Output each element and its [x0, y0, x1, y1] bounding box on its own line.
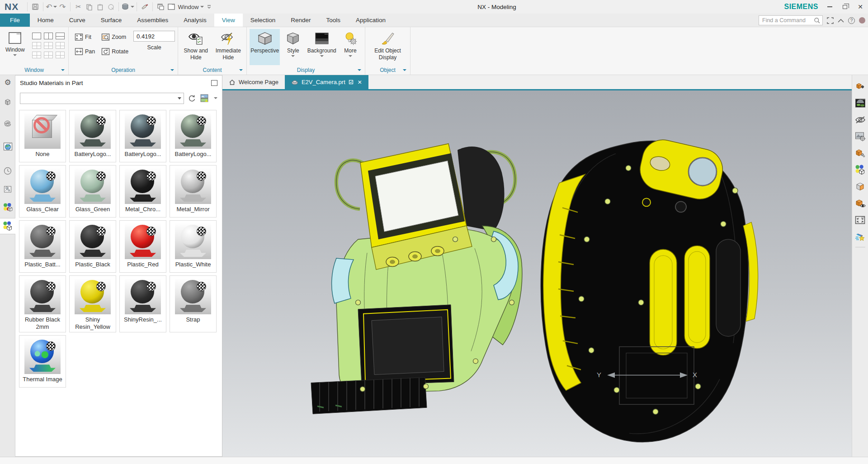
new-window-icon[interactable] [166, 1, 177, 12]
material-card[interactable]: Metal_Mirror [170, 165, 217, 218]
tab-view[interactable]: View [214, 14, 243, 27]
layout-quad-button[interactable] [32, 42, 41, 49]
fullscreen-icon[interactable] [827, 17, 834, 24]
format-painter-icon[interactable] [139, 1, 150, 12]
material-card[interactable]: None [19, 110, 66, 162]
colored-spheres-cube-icon[interactable] [0, 218, 15, 234]
group-label-object[interactable]: Object [365, 66, 410, 75]
tab-assemblies[interactable]: Assemblies [129, 14, 176, 27]
copy-display-icon[interactable] [105, 1, 116, 12]
window-button[interactable]: Window [3, 29, 28, 65]
rotate-button[interactable]: Rotate [100, 46, 130, 57]
cube-eye-icon[interactable] [853, 195, 868, 212]
tab-application[interactable]: Application [348, 14, 393, 27]
tab-home[interactable]: Home [30, 14, 61, 27]
graphics-viewport[interactable]: Y X [222, 90, 852, 457]
tab-tools[interactable]: Tools [319, 14, 349, 27]
tab-file[interactable]: File [0, 14, 30, 27]
search-icon[interactable] [814, 17, 821, 24]
close-button[interactable]: ✕ [853, 0, 868, 14]
cube-move-arrows-icon[interactable] [853, 78, 868, 95]
undo-icon[interactable]: ↶ [46, 1, 57, 12]
save-icon[interactable] [30, 1, 41, 12]
material-card[interactable]: ShinyResin_... [119, 275, 166, 332]
doctab-e2v-camera[interactable]: E2V_Camera.prt ✕ [285, 75, 368, 89]
zoom-button[interactable]: Zoom [100, 32, 130, 43]
tab-selection[interactable]: Selection [243, 14, 283, 27]
undo-dropdown-arrow[interactable] [53, 6, 57, 8]
material-card[interactable]: Glass_Green [69, 165, 116, 218]
part-stack-icon[interactable] [0, 95, 15, 109]
window-menu[interactable]: Window [177, 1, 203, 12]
customize-chevron-icon[interactable] [204, 1, 215, 12]
more-button[interactable]: More [339, 29, 362, 65]
material-card[interactable]: Strap [170, 275, 217, 332]
tab-render[interactable]: Render [283, 14, 318, 27]
minimize-button[interactable] [822, 0, 837, 14]
immediate-hide-button[interactable]: Immediate Hide [213, 29, 244, 65]
material-filter-combobox[interactable] [20, 93, 184, 104]
cube-section-icon[interactable] [853, 178, 868, 195]
gear-icon[interactable]: ⚙ [0, 75, 15, 90]
find-command-input[interactable] [762, 17, 814, 24]
background-button[interactable]: Background [306, 29, 337, 65]
perspective-button[interactable]: Perspective [250, 29, 280, 65]
group-label-content[interactable]: Content [178, 66, 246, 75]
find-command-box[interactable] [759, 15, 823, 25]
cascade-windows-icon[interactable] [155, 1, 166, 12]
group-label-operation[interactable]: Operation [69, 66, 178, 75]
globe-window-icon[interactable] [0, 139, 15, 154]
close-tab-icon[interactable]: ✕ [358, 79, 362, 85]
layout-quad-button[interactable] [56, 42, 65, 49]
material-card[interactable]: Plastic_Black [69, 220, 116, 273]
tab-curve[interactable]: Curve [61, 14, 93, 27]
image-gear-icon[interactable] [853, 128, 868, 145]
layout-vertical-split-button[interactable] [44, 33, 53, 39]
view-solid-dropdown-arrow[interactable] [131, 6, 134, 8]
expand-window-icon[interactable] [853, 212, 868, 228]
pencil-star-icon[interactable] [853, 228, 868, 245]
colored-spheres-box-icon[interactable] [0, 200, 15, 214]
material-card[interactable]: Plastic_Red [119, 220, 166, 273]
reset-icon[interactable] [188, 94, 196, 103]
group-label-window[interactable]: Window [0, 66, 68, 75]
copy-icon[interactable] [84, 1, 94, 12]
material-card[interactable]: Thermal Image [19, 335, 66, 388]
fit-button[interactable]: Fit [73, 32, 96, 43]
layout-grid-button[interactable] [44, 52, 53, 58]
toolbox-icon[interactable] [0, 182, 15, 196]
layout-grid-button[interactable] [56, 52, 65, 58]
help-icon[interactable]: ? [848, 17, 855, 24]
edit-object-display-button[interactable]: Edit Object Display [368, 29, 407, 65]
layout-single-button[interactable] [32, 33, 41, 39]
tab-analysis[interactable]: Analysis [176, 14, 214, 27]
material-card[interactable]: Rubber Black 2mm [19, 275, 66, 332]
cut-icon[interactable]: ✂ [73, 1, 84, 12]
cube-wrench-icon[interactable] [853, 145, 868, 161]
material-card[interactable]: Plastic_Batt... [19, 220, 66, 273]
popout-icon[interactable] [211, 80, 217, 86]
tab-surface[interactable]: Surface [93, 14, 130, 27]
restore-button[interactable] [837, 0, 853, 14]
material-card[interactable]: BatteryLogo... [69, 110, 116, 162]
material-card[interactable]: BatteryLogo... [119, 110, 166, 162]
material-card[interactable]: Metal_Chro... [119, 165, 166, 218]
colored-spheres-cube-icon[interactable] [853, 161, 868, 178]
render-scene-icon[interactable] [853, 95, 868, 111]
layout-grid-button[interactable] [32, 52, 41, 58]
scale-input[interactable] [133, 31, 175, 42]
doctab-welcome-page[interactable]: Welcome Page [222, 75, 285, 89]
group-label-display[interactable]: Display [247, 66, 365, 75]
image-display-icon[interactable] [200, 94, 209, 103]
eye-slash-icon[interactable] [853, 111, 868, 128]
material-card[interactable]: Shiny Resin_Yellow [69, 275, 116, 332]
window-pin-icon[interactable] [349, 80, 354, 85]
record-icon[interactable] [859, 17, 865, 24]
material-card[interactable]: Plastic_White [170, 220, 217, 273]
clock-history-icon[interactable] [0, 164, 15, 178]
style-button[interactable]: Style [281, 29, 305, 65]
image-display-dropdown-arrow[interactable] [214, 97, 217, 99]
pan-button[interactable]: Pan [73, 46, 96, 57]
material-card[interactable]: BatteryLogo... [170, 110, 217, 162]
layout-quad-button[interactable] [44, 42, 53, 49]
